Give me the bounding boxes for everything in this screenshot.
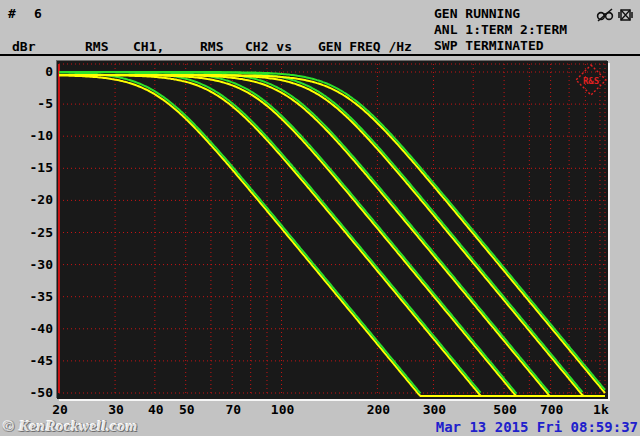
x-tick-label: 1k xyxy=(593,402,609,417)
x-tick-label: 70 xyxy=(225,402,241,417)
speaker-crossed-icon xyxy=(617,6,634,23)
y-tick-label: -45 xyxy=(0,353,53,368)
x-tick-label: 40 xyxy=(148,402,164,417)
y-tick-label: -35 xyxy=(0,289,53,304)
y-tick-label: -15 xyxy=(0,160,53,175)
trace-ch1 xyxy=(59,72,605,390)
x-tick-label: 700 xyxy=(540,402,563,417)
trace-ch2 xyxy=(59,75,605,396)
analyzer-status: ANL 1:TERM 2:TERM xyxy=(434,23,567,37)
datetime-stamp: Mar 13 2015 Fri 08:59:37 xyxy=(436,419,638,435)
ch1-function-label: RMS xyxy=(85,40,108,54)
y-tick-label: -25 xyxy=(0,225,53,240)
y-axis-unit-label: dBr xyxy=(12,40,35,54)
trace-ch2 xyxy=(59,75,605,393)
glasses-crossed-icon xyxy=(596,6,614,23)
x-tick-label: 500 xyxy=(493,402,516,417)
rs-logo: R&S xyxy=(576,65,606,95)
sweep-status: SWP TERMINATED xyxy=(434,39,544,53)
y-tick-label: -10 xyxy=(0,128,53,143)
svg-text:R&S: R&S xyxy=(583,76,599,86)
y-tick-label: -30 xyxy=(0,257,53,272)
response-curves-chart: R&S xyxy=(57,61,608,399)
x-tick-label: 20 xyxy=(52,402,68,417)
y-tick-label: -20 xyxy=(0,192,53,207)
plot-area: R&S xyxy=(57,61,608,399)
y-tick-label: 0 xyxy=(0,64,53,79)
x-tick-label: 100 xyxy=(271,402,294,417)
x-tick-label: 50 xyxy=(179,402,195,417)
header-divider xyxy=(0,54,640,56)
trace-ch2 xyxy=(59,75,605,396)
y-tick-label: -40 xyxy=(0,321,53,336)
trace-ch2 xyxy=(59,75,605,396)
ch2-label: CH2 vs xyxy=(245,40,292,54)
trace-ch2 xyxy=(59,75,605,396)
y-tick-label: -5 xyxy=(0,96,53,111)
ch2-function-label: RMS xyxy=(200,40,223,54)
screen-number-sign: # xyxy=(8,7,16,21)
analyzer-screenshot: { "header": { "number_sign": "#", "scree… xyxy=(0,0,640,436)
x-tick-label: 300 xyxy=(423,402,446,417)
screen-number: 6 xyxy=(34,7,42,21)
y-tick-label: -50 xyxy=(0,385,53,400)
x-tick-label: 30 xyxy=(108,402,124,417)
x-source-label: GEN FREQ /Hz xyxy=(318,40,412,54)
x-tick-label: 200 xyxy=(367,402,390,417)
trace-ch2 xyxy=(59,75,605,396)
ch1-label: CH1, xyxy=(133,40,164,54)
generator-status: GEN RUNNING xyxy=(434,7,520,21)
watermark: © KenRockwell.com xyxy=(3,418,138,435)
